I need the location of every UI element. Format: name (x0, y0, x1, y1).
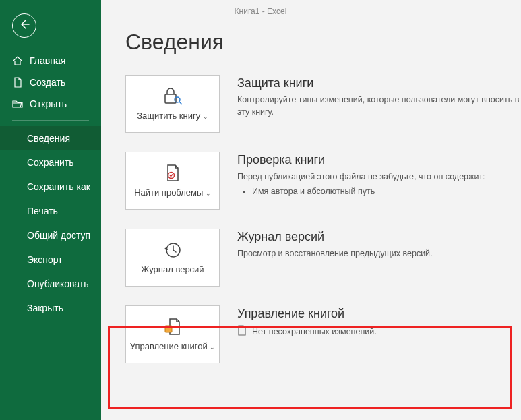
document-manage-icon (162, 317, 183, 337)
svg-point-1 (175, 97, 180, 102)
manage-status-text: Нет несохраненных изменений. (252, 327, 377, 336)
nav-close-label: Закрыть (27, 303, 63, 313)
svg-line-2 (179, 102, 182, 104)
lock-search-icon (161, 86, 184, 107)
nav-saveas[interactable]: Сохранить как (0, 175, 101, 199)
nav-close[interactable]: Закрыть (0, 296, 101, 320)
document-small-icon (237, 325, 247, 338)
section-history: Журнал версий Журнал версий Просмотр и в… (125, 229, 521, 287)
protect-title: Защита книги (237, 76, 521, 90)
manage-title: Управление книгой (237, 307, 521, 321)
section-manage: Управление книгой ⌄ Управление книгой Не… (125, 305, 521, 363)
nav-share[interactable]: Общий доступ (0, 223, 101, 247)
nav-export[interactable]: Экспорт (0, 247, 101, 272)
protect-workbook-button[interactable]: Защитить книгу ⌄ (125, 75, 220, 133)
manage-workbook-button[interactable]: Управление книгой ⌄ (125, 305, 220, 363)
chevron-down-icon: ⌄ (208, 344, 216, 351)
version-history-button[interactable]: Журнал версий (125, 229, 220, 287)
back-button[interactable] (12, 13, 36, 38)
history-desc: Просмотр и восстановление предыдущих вер… (237, 248, 521, 260)
history-card-label: Журнал версий (141, 264, 204, 275)
nav-publish[interactable]: Опубликовать (0, 272, 101, 296)
inspect-desc: Перед публикацией этого файла не забудьт… (237, 171, 521, 198)
nav-info-label: Сведения (27, 133, 70, 144)
document-check-icon (162, 163, 183, 183)
protect-desc: Контролируйте типы изменений, которые по… (237, 94, 521, 118)
history-title: Журнал версий (237, 230, 521, 244)
inspect-workbook-button[interactable]: Найти проблемы ⌄ (125, 152, 220, 210)
sidebar: Главная Создать Открыть Сведения Сохрани… (0, 0, 101, 420)
nav-new[interactable]: Создать (0, 71, 101, 93)
nav-home[interactable]: Главная (0, 50, 101, 71)
manage-card-label: Управление книгой ⌄ (130, 341, 215, 352)
nav-new-label: Создать (30, 77, 65, 88)
protect-card-label: Защитить книгу ⌄ (137, 111, 208, 121)
main-content: Сведения Защитить книгу ⌄ Защита книги К… (101, 0, 521, 420)
chevron-down-icon: ⌄ (204, 190, 211, 197)
chevron-down-icon: ⌄ (201, 113, 208, 120)
nav-open-label: Открыть (30, 98, 67, 109)
nav-print[interactable]: Печать (0, 199, 101, 223)
manage-status: Нет несохраненных изменений. (237, 325, 521, 338)
document-icon (12, 77, 23, 88)
nav-save[interactable]: Сохранить (0, 150, 101, 175)
inspect-card-label: Найти проблемы ⌄ (134, 187, 211, 198)
inspect-bullet: Имя автора и абсолютный путь (252, 186, 521, 198)
nav-divider (12, 120, 89, 121)
home-icon (12, 55, 23, 66)
nav-info[interactable]: Сведения (0, 126, 101, 150)
nav-save-label: Сохранить (27, 157, 74, 168)
nav-home-label: Главная (30, 55, 65, 66)
inspect-title: Проверка книги (237, 153, 521, 167)
history-icon (162, 240, 183, 260)
nav-print-label: Печать (27, 206, 58, 216)
nav-publish-label: Опубликовать (27, 278, 89, 289)
svg-rect-5 (165, 326, 172, 332)
nav-open[interactable]: Открыть (0, 93, 101, 115)
section-inspect: Найти проблемы ⌄ Проверка книги Перед пу… (125, 152, 521, 210)
nav-share-label: Общий доступ (27, 230, 90, 241)
page-title: Сведения (125, 30, 521, 55)
nav-export-label: Экспорт (27, 254, 63, 265)
nav-saveas-label: Сохранить как (27, 181, 90, 192)
folder-open-icon (12, 98, 23, 109)
section-protect: Защитить книгу ⌄ Защита книги Контролиру… (125, 75, 521, 133)
arrow-left-icon (18, 18, 30, 33)
